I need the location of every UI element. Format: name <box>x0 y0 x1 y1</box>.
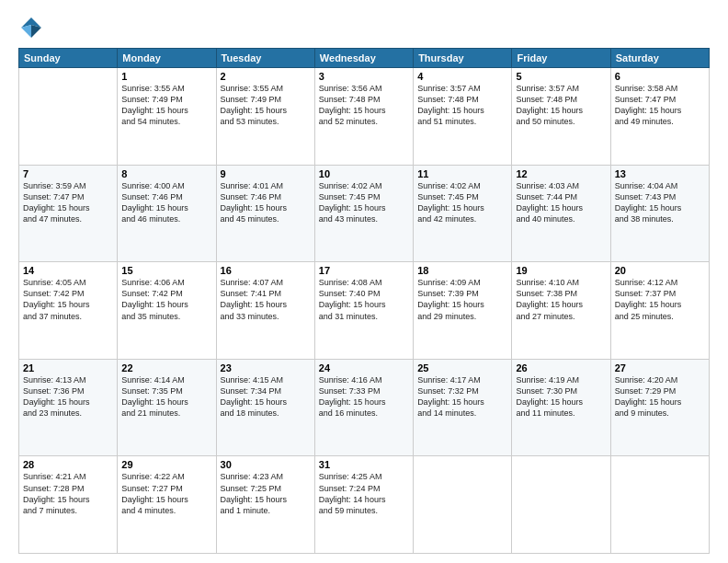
calendar-cell <box>19 68 118 166</box>
cell-content: Sunrise: 4:05 AMSunset: 7:42 PMDaylight:… <box>23 277 113 322</box>
logo <box>18 15 48 40</box>
cell-content: Sunrise: 4:15 AMSunset: 7:34 PMDaylight:… <box>221 374 311 419</box>
calendar-cell: 10Sunrise: 4:02 AMSunset: 7:45 PMDayligh… <box>314 165 413 262</box>
calendar-cell: 31Sunrise: 4:25 AMSunset: 7:24 PMDayligh… <box>314 456 413 554</box>
day-number: 17 <box>319 265 409 276</box>
calendar-cell: 24Sunrise: 4:16 AMSunset: 7:33 PMDayligh… <box>314 359 413 456</box>
day-number: 29 <box>121 459 211 470</box>
day-number: 22 <box>121 362 211 373</box>
cell-content: Sunrise: 4:08 AMSunset: 7:40 PMDaylight:… <box>319 277 409 322</box>
day-number: 12 <box>516 168 606 179</box>
cell-content: Sunrise: 4:04 AMSunset: 7:43 PMDaylight:… <box>615 180 705 225</box>
calendar-cell: 9Sunrise: 4:01 AMSunset: 7:46 PMDaylight… <box>216 165 314 262</box>
cell-content: Sunrise: 3:58 AMSunset: 7:47 PMDaylight:… <box>615 83 705 128</box>
cell-content: Sunrise: 4:14 AMSunset: 7:35 PMDaylight:… <box>121 374 211 419</box>
cell-content: Sunrise: 4:20 AMSunset: 7:29 PMDaylight:… <box>615 374 705 419</box>
day-number: 30 <box>221 459 311 470</box>
calendar-cell: 27Sunrise: 4:20 AMSunset: 7:29 PMDayligh… <box>610 359 709 456</box>
cell-content: Sunrise: 3:57 AMSunset: 7:48 PMDaylight:… <box>516 83 606 128</box>
calendar-cell <box>512 456 610 554</box>
cell-content: Sunrise: 4:13 AMSunset: 7:36 PMDaylight:… <box>23 374 113 419</box>
day-number: 23 <box>221 362 311 373</box>
weekday-header: Wednesday <box>314 49 413 68</box>
cell-content: Sunrise: 3:59 AMSunset: 7:47 PMDaylight:… <box>23 180 113 225</box>
day-number: 28 <box>23 459 113 470</box>
calendar-cell: 5Sunrise: 3:57 AMSunset: 7:48 PMDaylight… <box>512 68 610 166</box>
cell-content: Sunrise: 3:55 AMSunset: 7:49 PMDaylight:… <box>121 83 211 128</box>
calendar-cell: 15Sunrise: 4:06 AMSunset: 7:42 PMDayligh… <box>118 262 216 360</box>
day-number: 16 <box>221 265 311 276</box>
day-number: 13 <box>615 168 705 179</box>
calendar-cell: 11Sunrise: 4:02 AMSunset: 7:45 PMDayligh… <box>414 165 512 262</box>
day-number: 27 <box>615 362 705 373</box>
day-number: 4 <box>417 71 507 82</box>
calendar-cell: 2Sunrise: 3:55 AMSunset: 7:49 PMDaylight… <box>216 68 314 166</box>
logo-icon <box>18 15 44 40</box>
weekday-header: Monday <box>118 49 216 68</box>
cell-content: Sunrise: 4:06 AMSunset: 7:42 PMDaylight:… <box>121 277 211 322</box>
calendar-week-row: 21Sunrise: 4:13 AMSunset: 7:36 PMDayligh… <box>19 359 710 456</box>
cell-content: Sunrise: 4:22 AMSunset: 7:27 PMDaylight:… <box>121 471 211 516</box>
calendar-cell: 4Sunrise: 3:57 AMSunset: 7:48 PMDaylight… <box>414 68 512 166</box>
cell-content: Sunrise: 4:16 AMSunset: 7:33 PMDaylight:… <box>319 374 409 419</box>
cell-content: Sunrise: 4:01 AMSunset: 7:46 PMDaylight:… <box>221 180 311 225</box>
cell-content: Sunrise: 4:00 AMSunset: 7:46 PMDaylight:… <box>121 180 211 225</box>
day-number: 14 <box>23 265 113 276</box>
calendar-week-row: 1Sunrise: 3:55 AMSunset: 7:49 PMDaylight… <box>19 68 710 166</box>
calendar-week-row: 14Sunrise: 4:05 AMSunset: 7:42 PMDayligh… <box>19 262 710 360</box>
day-number: 25 <box>417 362 507 373</box>
calendar-cell: 19Sunrise: 4:10 AMSunset: 7:38 PMDayligh… <box>512 262 610 360</box>
calendar-table: SundayMondayTuesdayWednesdayThursdayFrid… <box>18 48 710 554</box>
calendar-cell: 14Sunrise: 4:05 AMSunset: 7:42 PMDayligh… <box>19 262 118 360</box>
day-number: 3 <box>319 71 409 82</box>
calendar-cell <box>414 456 512 554</box>
calendar-cell: 6Sunrise: 3:58 AMSunset: 7:47 PMDaylight… <box>610 68 709 166</box>
cell-content: Sunrise: 4:09 AMSunset: 7:39 PMDaylight:… <box>417 277 507 322</box>
day-number: 31 <box>319 459 409 470</box>
cell-content: Sunrise: 3:57 AMSunset: 7:48 PMDaylight:… <box>417 83 507 128</box>
day-number: 9 <box>221 168 311 179</box>
calendar-cell: 12Sunrise: 4:03 AMSunset: 7:44 PMDayligh… <box>512 165 610 262</box>
cell-content: Sunrise: 3:55 AMSunset: 7:49 PMDaylight:… <box>221 83 311 128</box>
day-number: 21 <box>23 362 113 373</box>
cell-content: Sunrise: 4:10 AMSunset: 7:38 PMDaylight:… <box>516 277 606 322</box>
day-number: 19 <box>516 265 606 276</box>
calendar-cell: 30Sunrise: 4:23 AMSunset: 7:25 PMDayligh… <box>216 456 314 554</box>
page: SundayMondayTuesdayWednesdayThursdayFrid… <box>0 0 728 563</box>
day-number: 20 <box>615 265 705 276</box>
calendar-cell: 23Sunrise: 4:15 AMSunset: 7:34 PMDayligh… <box>216 359 314 456</box>
calendar-cell: 21Sunrise: 4:13 AMSunset: 7:36 PMDayligh… <box>19 359 118 456</box>
header <box>18 15 710 40</box>
calendar-header-row: SundayMondayTuesdayWednesdayThursdayFrid… <box>19 49 710 68</box>
cell-content: Sunrise: 4:07 AMSunset: 7:41 PMDaylight:… <box>221 277 311 322</box>
calendar-cell <box>610 456 709 554</box>
calendar-cell: 8Sunrise: 4:00 AMSunset: 7:46 PMDaylight… <box>118 165 216 262</box>
calendar-cell: 1Sunrise: 3:55 AMSunset: 7:49 PMDaylight… <box>118 68 216 166</box>
cell-content: Sunrise: 3:56 AMSunset: 7:48 PMDaylight:… <box>319 83 409 128</box>
cell-content: Sunrise: 4:02 AMSunset: 7:45 PMDaylight:… <box>417 180 507 225</box>
calendar-cell: 3Sunrise: 3:56 AMSunset: 7:48 PMDaylight… <box>314 68 413 166</box>
cell-content: Sunrise: 4:21 AMSunset: 7:28 PMDaylight:… <box>23 471 113 516</box>
calendar-week-row: 7Sunrise: 3:59 AMSunset: 7:47 PMDaylight… <box>19 165 710 262</box>
calendar-cell: 29Sunrise: 4:22 AMSunset: 7:27 PMDayligh… <box>118 456 216 554</box>
calendar-cell: 28Sunrise: 4:21 AMSunset: 7:28 PMDayligh… <box>19 456 118 554</box>
cell-content: Sunrise: 4:12 AMSunset: 7:37 PMDaylight:… <box>615 277 705 322</box>
day-number: 11 <box>417 168 507 179</box>
calendar-week-row: 28Sunrise: 4:21 AMSunset: 7:28 PMDayligh… <box>19 456 710 554</box>
weekday-header: Sunday <box>19 49 118 68</box>
cell-content: Sunrise: 4:17 AMSunset: 7:32 PMDaylight:… <box>417 374 507 419</box>
calendar-cell: 22Sunrise: 4:14 AMSunset: 7:35 PMDayligh… <box>118 359 216 456</box>
day-number: 18 <box>417 265 507 276</box>
day-number: 15 <box>121 265 211 276</box>
weekday-header: Saturday <box>610 49 709 68</box>
cell-content: Sunrise: 4:25 AMSunset: 7:24 PMDaylight:… <box>319 471 409 516</box>
day-number: 24 <box>319 362 409 373</box>
day-number: 1 <box>121 71 211 82</box>
calendar-cell: 17Sunrise: 4:08 AMSunset: 7:40 PMDayligh… <box>314 262 413 360</box>
day-number: 7 <box>23 168 113 179</box>
day-number: 6 <box>615 71 705 82</box>
calendar-cell: 20Sunrise: 4:12 AMSunset: 7:37 PMDayligh… <box>610 262 709 360</box>
calendar-cell: 25Sunrise: 4:17 AMSunset: 7:32 PMDayligh… <box>414 359 512 456</box>
calendar-cell: 16Sunrise: 4:07 AMSunset: 7:41 PMDayligh… <box>216 262 314 360</box>
calendar-cell: 7Sunrise: 3:59 AMSunset: 7:47 PMDaylight… <box>19 165 118 262</box>
